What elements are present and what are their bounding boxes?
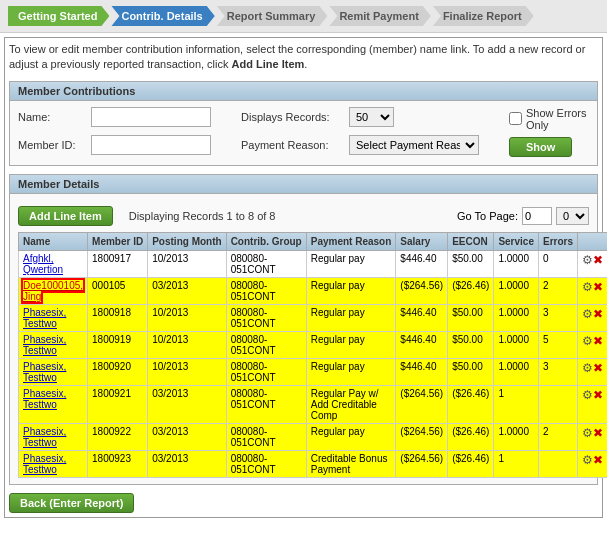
cell-name: Phasesix, Testtwo: [19, 423, 88, 450]
col-payment-reason: Payment Reason: [306, 232, 396, 250]
cell-eecon: ($26.46): [448, 385, 494, 423]
displays-records-row: Displays Records: 50 25 100: [241, 107, 479, 127]
cell-posting-month: 03/2013: [148, 450, 226, 477]
cell-name: Afghkl, Qwertion: [19, 250, 88, 277]
member-name-link[interactable]: Phasesix, Testtwo: [23, 453, 66, 475]
payment-reason-select[interactable]: Select Payment Reas...: [349, 135, 479, 155]
table-row: Afghkl, Qwertion180091710/2013080080-051…: [19, 250, 608, 277]
cell-member-id: 000105: [88, 277, 148, 304]
displays-records-label: Displays Records:: [241, 111, 341, 123]
cell-payment-reason: Creditable Bonus Payment: [306, 450, 396, 477]
edit-icon[interactable]: ⚙: [582, 280, 593, 294]
show-errors-label[interactable]: Show Errors Only: [509, 107, 589, 131]
goto-page-select[interactable]: 0: [556, 207, 589, 225]
member-name-link[interactable]: Doe1000105, Jing: [23, 280, 83, 302]
name-input[interactable]: [91, 107, 211, 127]
cell-salary: $446.40: [396, 250, 448, 277]
cell-member-id: 1800918: [88, 304, 148, 331]
cell-member-id: 1800920: [88, 358, 148, 385]
cell-member-id: 1800917: [88, 250, 148, 277]
cell-name: Phasesix, Testtwo: [19, 331, 88, 358]
cell-eecon: $50.00: [448, 250, 494, 277]
cell-member-id: 1800921: [88, 385, 148, 423]
cell-payment-reason: Regular pay: [306, 304, 396, 331]
edit-icon[interactable]: ⚙: [582, 361, 593, 375]
wizard-step-report-summary[interactable]: Report Summary: [217, 6, 328, 26]
cell-errors: 5: [538, 331, 577, 358]
col-salary: Salary: [396, 232, 448, 250]
displays-records-select[interactable]: 50 25 100: [349, 107, 394, 127]
member-name-link[interactable]: Phasesix, Testtwo: [23, 426, 66, 448]
cell-eecon: ($26.46): [448, 450, 494, 477]
cell-actions: ⚙✖: [578, 423, 608, 450]
table-row: Phasesix, Testtwo180091810/2013080080-05…: [19, 304, 608, 331]
goto-page-label: Go To Page:: [457, 210, 518, 222]
cell-service: 1.0000: [494, 358, 539, 385]
cell-name: Phasesix, Testtwo: [19, 304, 88, 331]
back-button[interactable]: Back (Enter Report): [9, 493, 134, 513]
member-name-link[interactable]: Phasesix, Testtwo: [23, 361, 66, 383]
cell-salary: ($264.56): [396, 450, 448, 477]
page-container: To view or edit member contribution info…: [4, 37, 603, 518]
member-id-input[interactable]: [91, 135, 211, 155]
show-errors-checkbox[interactable]: [509, 112, 522, 125]
member-name-link[interactable]: Afghkl, Qwertion: [23, 253, 63, 275]
goto-page-input[interactable]: [522, 207, 552, 225]
cell-service: 1.0000: [494, 331, 539, 358]
delete-icon[interactable]: ✖: [593, 253, 603, 267]
cell-contrib-group: 080080-051CONT: [226, 250, 306, 277]
edit-icon[interactable]: ⚙: [582, 334, 593, 348]
edit-icon[interactable]: ⚙: [582, 307, 593, 321]
table-header: Name Member ID Posting Month Contrib. Gr…: [19, 232, 608, 250]
cell-contrib-group: 080080-051CONT: [226, 331, 306, 358]
cell-salary: $446.40: [396, 331, 448, 358]
delete-icon[interactable]: ✖: [593, 388, 603, 402]
cell-service: 1.0000: [494, 250, 539, 277]
show-button[interactable]: Show: [509, 137, 572, 157]
member-contributions-body: Name: Member ID: Displays Records: 50: [10, 101, 597, 165]
delete-icon[interactable]: ✖: [593, 453, 603, 467]
delete-icon[interactable]: ✖: [593, 361, 603, 375]
delete-icon[interactable]: ✖: [593, 280, 603, 294]
cell-service: 1: [494, 450, 539, 477]
cell-salary: ($264.56): [396, 385, 448, 423]
table-row: Phasesix, Testtwo180092103/2013080080-05…: [19, 385, 608, 423]
member-name-link[interactable]: Phasesix, Testtwo: [23, 334, 66, 356]
cell-actions: ⚙✖: [578, 358, 608, 385]
wizard-step-getting-started[interactable]: Getting Started: [8, 6, 109, 26]
edit-icon[interactable]: ⚙: [582, 426, 593, 440]
edit-icon[interactable]: ⚙: [582, 388, 593, 402]
col-actions: [578, 232, 608, 250]
cell-contrib-group: 080080-051CONT: [226, 450, 306, 477]
cell-service: 1.0000: [494, 277, 539, 304]
cell-errors: 3: [538, 304, 577, 331]
table-row: Phasesix, Testtwo180092303/2013080080-05…: [19, 450, 608, 477]
cell-errors: [538, 385, 577, 423]
wizard-step-remit-payment[interactable]: Remit Payment: [329, 6, 430, 26]
cell-name: Doe1000105, Jing: [19, 277, 88, 304]
cell-payment-reason: Regular pay: [306, 423, 396, 450]
member-contributions-header: Member Contributions: [10, 82, 597, 101]
wizard-step-finalize-report[interactable]: Finalize Report: [433, 6, 534, 26]
table-row: Phasesix, Testtwo180092203/2013080080-05…: [19, 423, 608, 450]
cell-service: 1: [494, 385, 539, 423]
add-line-item-button[interactable]: Add Line Item: [18, 206, 113, 226]
cell-payment-reason: Regular pay: [306, 358, 396, 385]
cell-name: Phasesix, Testtwo: [19, 450, 88, 477]
wizard-bar: Getting Started Contrib. Details Report …: [0, 0, 607, 33]
cell-salary: $446.40: [396, 358, 448, 385]
delete-icon[interactable]: ✖: [593, 334, 603, 348]
member-name-link[interactable]: Phasesix, Testtwo: [23, 388, 66, 410]
edit-icon[interactable]: ⚙: [582, 253, 593, 267]
edit-icon[interactable]: ⚙: [582, 453, 593, 467]
table-row: Doe1000105, Jing00010503/2013080080-051C…: [19, 277, 608, 304]
cell-actions: ⚙✖: [578, 277, 608, 304]
name-label: Name:: [18, 111, 83, 123]
delete-icon[interactable]: ✖: [593, 426, 603, 440]
cell-payment-reason: Regular pay: [306, 331, 396, 358]
member-name-link[interactable]: Phasesix, Testtwo: [23, 307, 66, 329]
wizard-step-contrib-details[interactable]: Contrib. Details: [111, 6, 214, 26]
col-name: Name: [19, 232, 88, 250]
delete-icon[interactable]: ✖: [593, 307, 603, 321]
cell-salary: $446.40: [396, 304, 448, 331]
